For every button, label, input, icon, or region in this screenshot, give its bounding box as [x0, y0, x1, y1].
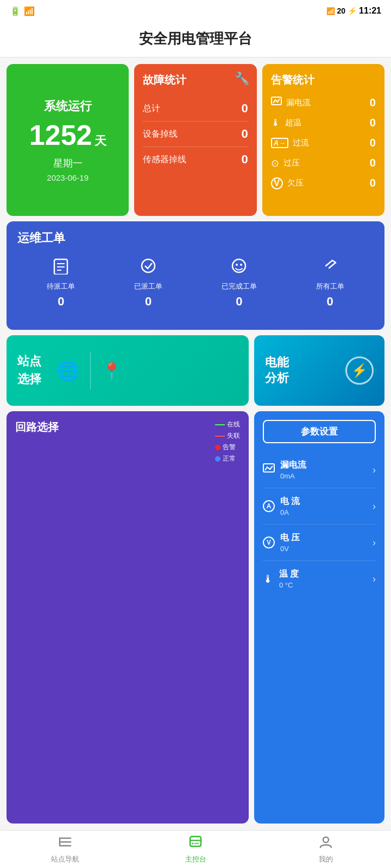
- param-name-voltage: 电 压: [280, 532, 373, 544]
- param-name-leakage: 漏电流: [280, 459, 373, 471]
- work-label-done: 已完成工单: [222, 282, 257, 291]
- work-val-dispatched: 0: [145, 295, 152, 309]
- fault-val-device: 0: [241, 127, 248, 141]
- svg-point-5: [142, 259, 155, 272]
- fault-label-sensor: 传感器掉线: [143, 154, 186, 165]
- work-item-all[interactable]: 所有工单 0: [316, 257, 344, 309]
- nav-item-mine[interactable]: 我的: [261, 831, 391, 868]
- alert-row-overvoltage: ⊙ 过压 0: [271, 153, 376, 173]
- svg-point-7: [236, 264, 238, 266]
- wrench-icon: 🔧: [235, 72, 249, 86]
- params-settings-button[interactable]: 参数设置: [263, 420, 376, 443]
- energy-label-line2: 分析: [265, 371, 289, 386]
- energy-card[interactable]: 电能 分析 ⚡: [254, 335, 384, 406]
- circuit-area: [15, 469, 240, 653]
- alert-label-leakage: 漏电流: [286, 98, 311, 108]
- undervoltage-icon: V: [271, 177, 283, 189]
- row2: 运维工单 待派工单 0: [7, 221, 384, 330]
- param-val-current: 0A: [280, 508, 373, 516]
- pin-icon: 📍: [102, 361, 122, 380]
- warn-label: 告警: [223, 443, 236, 452]
- system-days: 1252: [29, 121, 92, 149]
- row1: 系统运行 1252 天 星期一 2023-06-19 故障统计 🔧 总计 0 设…: [7, 64, 384, 216]
- work-label-all: 所有工单: [316, 282, 344, 291]
- battery-icon: 🔋: [10, 6, 21, 16]
- fault-label-total: 总计: [143, 103, 160, 114]
- charging-icon: ⚡: [348, 7, 357, 15]
- svg-point-19: [192, 843, 194, 844]
- fault-title: 故障统计: [143, 73, 248, 87]
- normal-label: 正常: [223, 454, 236, 463]
- status-right: 📶 20 ⚡ 11:21: [326, 6, 382, 16]
- offline-line-icon: [215, 436, 225, 437]
- temp-icon: 🌡: [271, 117, 281, 129]
- energy-label-line1: 电能: [265, 355, 289, 371]
- energy-icon: ⚡: [345, 356, 374, 385]
- pending-icon: [52, 257, 70, 278]
- status-left: 🔋 📶: [10, 6, 35, 16]
- alert-val-undervoltage: 0: [370, 177, 376, 189]
- alert-val-overvoltage: 0: [370, 157, 376, 169]
- circuit-title: 回路选择: [15, 420, 59, 435]
- nav-item-stations[interactable]: 站点导航: [0, 831, 130, 868]
- param-voltage[interactable]: V 电 压 0V ›: [263, 525, 376, 561]
- param-val-leakage: 0mA: [280, 472, 373, 480]
- alert-row-overcurrent: A→ 过流 0: [271, 133, 376, 153]
- wifi-icon: 📶: [24, 6, 35, 16]
- param-temp-icon: 🌡: [263, 573, 274, 585]
- alert-title: 告警统计: [271, 73, 376, 87]
- alert-val-leakage: 0: [370, 97, 376, 109]
- nav-item-dashboard[interactable]: 主控台: [130, 831, 261, 868]
- station-divider: [90, 352, 91, 390]
- param-current[interactable]: A 电 流 0A ›: [263, 488, 376, 525]
- battery-level: 20: [337, 7, 346, 15]
- fault-row-device: 设备掉线 0: [143, 122, 248, 147]
- nav-icon-stations: [58, 835, 72, 852]
- fault-row-total: 总计 0: [143, 96, 248, 122]
- param-temp[interactable]: 🌡 温 度 0 °C ›: [263, 561, 376, 597]
- circuit-header: 回路选择 在线 失联 告警: [15, 420, 240, 463]
- param-val-voltage: 0V: [280, 545, 373, 553]
- work-card[interactable]: 运维工单 待派工单 0: [7, 221, 384, 330]
- circuit-card[interactable]: 回路选择 在线 失联 告警: [7, 411, 249, 824]
- work-item-done[interactable]: 已完成工单 0: [222, 257, 257, 309]
- work-item-pending[interactable]: 待派工单 0: [47, 257, 75, 309]
- circuit-legend: 在线 失联 告警 正常: [215, 420, 240, 463]
- work-val-all: 0: [327, 295, 333, 309]
- param-arrow-temp: ›: [373, 573, 376, 585]
- system-label: 系统运行: [44, 98, 92, 114]
- signal-icon: 📶: [326, 7, 335, 15]
- alert-row-leakage: 漏电流 0: [271, 93, 376, 113]
- alert-val-temp: 0: [370, 117, 376, 129]
- param-val-temp: 0 °C: [279, 581, 373, 589]
- fault-card: 故障统计 🔧 总计 0 设备掉线 0 传感器掉线 0: [134, 64, 256, 216]
- legend-normal: 正常: [215, 454, 240, 463]
- online-line-icon: [215, 424, 225, 425]
- row3: 站点 选择 🌐 📍 电能 分析 ⚡: [7, 335, 384, 406]
- nav-label-dashboard: 主控台: [185, 854, 206, 864]
- all-icon: [321, 257, 339, 278]
- bottom-nav: 站点导航 主控台 我的: [0, 830, 391, 868]
- legend-online: 在线: [215, 420, 240, 429]
- done-icon: [230, 257, 248, 278]
- params-card: 参数设置 漏电流 0mA › A 电 流: [254, 411, 384, 824]
- fault-val-total: 0: [241, 101, 248, 116]
- station-label-line1: 站点: [17, 354, 41, 369]
- param-voltage-icon: V: [263, 537, 275, 548]
- time-display: 11:21: [359, 6, 381, 16]
- online-label: 在线: [227, 420, 240, 429]
- work-item-dispatched[interactable]: 已派工单 0: [134, 257, 162, 309]
- system-date: 2023-06-19: [47, 173, 89, 182]
- svg-line-11: [329, 263, 336, 268]
- svg-point-8: [240, 264, 242, 266]
- page-header: 安全用电管理平台: [0, 22, 391, 58]
- alert-val-overcurrent: 0: [370, 137, 376, 149]
- leakage-icon: [271, 97, 282, 109]
- param-leakage[interactable]: 漏电流 0mA ›: [263, 452, 376, 488]
- system-unit: 天: [94, 133, 106, 149]
- system-card: 系统运行 1252 天 星期一 2023-06-19: [7, 64, 129, 216]
- param-name-current: 电 流: [280, 496, 373, 507]
- row4: 回路选择 在线 失联 告警: [7, 411, 384, 824]
- station-card[interactable]: 站点 选择 🌐 📍: [7, 335, 249, 406]
- fault-val-sensor: 0: [241, 152, 248, 167]
